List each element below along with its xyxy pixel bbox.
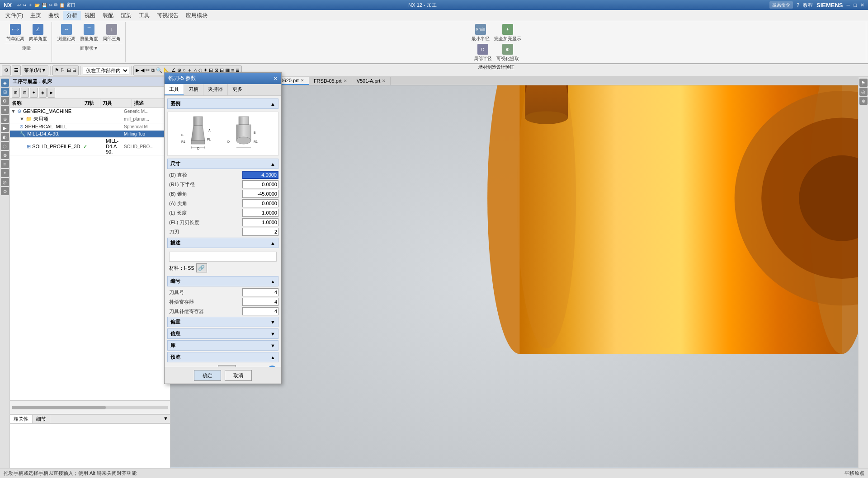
right-sidebar-icon-2[interactable]: ◎: [859, 88, 868, 96]
vp-tab-v501a[interactable]: V501-A.prt ✕: [352, 77, 391, 85]
nav-toolbar-btn-2[interactable]: ⊟: [21, 88, 29, 98]
sidebar-icon-8[interactable]: ◌: [1, 142, 9, 150]
sidebar-icon-7[interactable]: ◐: [1, 133, 9, 141]
sidebar-icon-9[interactable]: ⊗: [1, 151, 9, 159]
menu-curve[interactable]: 曲线: [45, 11, 63, 20]
ribbon-btn-angle[interactable]: ⌒ 测量角度: [78, 23, 100, 43]
right-sidebar-icon-1[interactable]: ⚑: [859, 79, 868, 87]
dialog-tab-chuck[interactable]: 夹持器: [203, 84, 228, 95]
right-sidebar-icon-3[interactable]: ⊕: [859, 97, 868, 105]
menu-render[interactable]: 渲染: [117, 11, 135, 20]
vp-tab-close-3[interactable]: ✕: [344, 79, 347, 83]
sidebar-icon-10[interactable]: ≡: [1, 160, 9, 168]
ribbon-btn-visual[interactable]: ◐ 可视化提取: [495, 43, 521, 63]
sidebar-icon-13[interactable]: ⊙: [1, 187, 9, 195]
nav-toolbar-btn-4[interactable]: ◈: [39, 88, 47, 98]
close-btn[interactable]: ✕: [860, 2, 864, 8]
library-section[interactable]: 库 ▼: [167, 340, 278, 351]
nav-row-solid-profile[interactable]: ⊞ SOLID_PROFILE_3D ✓ MILL-D4.A-90. SOLID…: [10, 138, 170, 155]
toolbar-nav-btn[interactable]: ☰: [12, 66, 21, 75]
param-r1-input[interactable]: [242, 180, 278, 188]
toolbar-menu-btn[interactable]: 菜单(M)▼: [22, 66, 48, 75]
cut-icon[interactable]: ✂: [49, 3, 52, 8]
sidebar-icon-6[interactable]: ▶: [1, 124, 9, 132]
dialog-title-bar[interactable]: 铣刀-5 参数 ✕: [165, 73, 281, 84]
sidebar-icon-4[interactable]: ✦: [1, 106, 9, 114]
vp-tab-close-2[interactable]: ✕: [301, 78, 304, 83]
menu-app-module[interactable]: 应用模块: [182, 11, 211, 20]
vp-tab-frsd05[interactable]: FRSD-05.prt ✕: [309, 77, 352, 85]
dialog-close-btn[interactable]: ✕: [273, 75, 278, 82]
menu-visual-report[interactable]: 可视报告: [153, 11, 182, 20]
diagram-section-header[interactable]: 图例 ▲: [167, 98, 278, 109]
dimensions-section-header[interactable]: 尺寸 ▲: [167, 159, 278, 169]
dialog-tab-holder[interactable]: 刀柄: [184, 84, 203, 95]
open-icon[interactable]: 📂: [34, 3, 40, 8]
toolbar-filter-icons[interactable]: ⚑ ⚐ ⊞ ⊟: [52, 66, 78, 75]
undo-icon[interactable]: ↩: [17, 3, 21, 8]
sidebar-icon-11[interactable]: ⌖: [1, 169, 9, 177]
toolbar-filter-select[interactable]: 仅在工作部件内: [83, 66, 129, 75]
preview-3d-icon[interactable]: ↺: [268, 366, 277, 367]
nav-bottom-arrow[interactable]: ▼: [161, 415, 170, 423]
display-btn[interactable]: 显示: [218, 365, 236, 367]
redo-icon[interactable]: ↪: [23, 3, 26, 8]
maximize-btn[interactable]: □: [854, 2, 857, 8]
number-section-header[interactable]: 编号 ▲: [167, 276, 278, 286]
menu-home[interactable]: 主页: [27, 11, 45, 20]
navigator-scrollbar[interactable]: [12, 406, 168, 409]
param-cutcom-reg-input[interactable]: [242, 307, 278, 315]
nav-row-unused[interactable]: ▼ 📁 未用项 mill_planar...: [10, 115, 170, 123]
param-fl-input[interactable]: [242, 218, 278, 226]
ok-button[interactable]: 确定: [194, 370, 221, 381]
param-tool-num-input[interactable]: [242, 288, 278, 296]
ribbon-btn-local-radius[interactable]: R 局部半径: [472, 43, 494, 63]
nav-tab-relations[interactable]: 相关性: [10, 415, 33, 423]
dialog-tab-tool[interactable]: 工具: [165, 84, 184, 95]
ribbon-btn-full-highlight[interactable]: ✦ 完全加亮显示: [492, 23, 523, 43]
dialog-tab-more[interactable]: 更多: [228, 84, 247, 95]
param-length-input[interactable]: [242, 209, 278, 217]
description-input[interactable]: [169, 252, 277, 262]
info-section[interactable]: 信息 ▼: [167, 328, 278, 339]
param-blade-input[interactable]: [242, 228, 278, 236]
menu-tools[interactable]: 工具: [135, 11, 153, 20]
nav-row-generic-machine[interactable]: ▼ ⚙ GENERIC_MACHINE Generic M...: [10, 108, 170, 115]
nav-toolbar-btn-3[interactable]: ✦: [30, 88, 38, 98]
copy-icon[interactable]: ⧉: [54, 2, 57, 8]
cancel-button[interactable]: 取消: [225, 370, 252, 381]
ribbon-btn-simple-distance[interactable]: ⟺ 简单距离: [5, 23, 26, 43]
nav-row-mill-d4[interactable]: 🔧 MILL-D4.A-90. Milling Too: [10, 131, 170, 138]
nav-row-spherical[interactable]: ⊙ SPHERICAL_MILL Spherical M: [10, 123, 170, 131]
paste-icon[interactable]: 📋: [59, 3, 65, 8]
vp-tab-close-4[interactable]: ✕: [382, 79, 386, 83]
param-diameter-input[interactable]: [242, 171, 278, 179]
offset-section[interactable]: 偏置 ▼: [167, 317, 278, 327]
ribbon-btn-distance[interactable]: ↔ 测量距离: [56, 23, 77, 43]
sidebar-icon-1[interactable]: ◈: [1, 79, 9, 87]
menu-assembly[interactable]: 装配: [99, 11, 117, 20]
material-browse-btn[interactable]: 🔗: [196, 263, 207, 272]
ribbon-btn-min-radius[interactable]: Rmin 最小半径: [470, 23, 491, 43]
save-icon[interactable]: 💾: [42, 3, 47, 8]
window-menu[interactable]: 窗口: [66, 2, 75, 8]
menu-analysis[interactable]: 分析: [63, 11, 81, 20]
param-taper-input[interactable]: [242, 190, 278, 198]
search-box[interactable]: 搜索命令: [769, 1, 793, 9]
new-icon[interactable]: ＋: [28, 2, 33, 8]
description-section-header[interactable]: 描述 ▲: [167, 238, 278, 248]
nav-tab-details[interactable]: 细节: [33, 415, 50, 423]
sidebar-icon-5[interactable]: ⊕: [1, 115, 9, 123]
ribbon-btn-simple-angle[interactable]: ∠ 简单角度: [27, 23, 49, 43]
nav-toolbar-btn-1[interactable]: ⊞: [12, 88, 20, 98]
sidebar-icon-12[interactable]: ◎: [1, 178, 9, 186]
tutorial-icon[interactable]: 教程: [803, 2, 813, 9]
menu-file[interactable]: 文件(F): [2, 11, 27, 20]
preview-section-header[interactable]: 预览 ▲: [167, 352, 278, 362]
menu-view[interactable]: 视图: [81, 11, 99, 20]
toolbar-settings-btn[interactable]: ⚙: [2, 66, 11, 75]
param-tip-input[interactable]: [242, 199, 278, 207]
sidebar-icon-3[interactable]: ⚙: [1, 97, 9, 105]
param-adj-reg-input[interactable]: [242, 298, 278, 306]
help-icon[interactable]: ?: [797, 2, 799, 8]
